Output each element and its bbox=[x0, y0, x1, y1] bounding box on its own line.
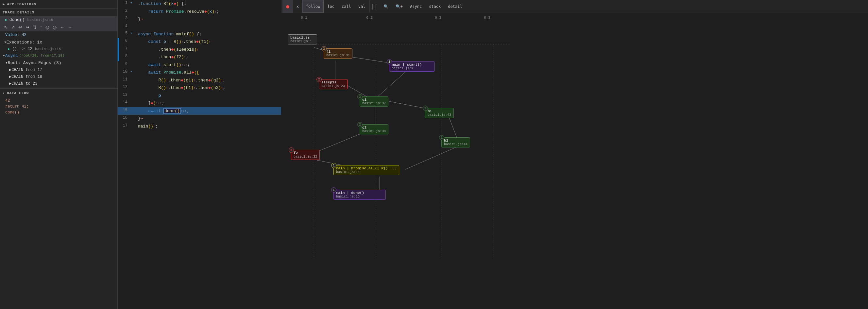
code-line-13[interactable]: 13 p bbox=[118, 92, 281, 100]
chain-from-18[interactable]: ▶ CHAIN from 18 bbox=[0, 73, 117, 80]
code-line-3[interactable]: 3 }→ bbox=[118, 16, 281, 23]
node-basic1js[interactable]: basic1.js basic1.js:1 bbox=[288, 34, 317, 44]
node-f1-badge: 2 bbox=[321, 46, 327, 51]
chain18-label: CHAIN from 18 bbox=[11, 74, 42, 79]
record-btn[interactable]: ● bbox=[282, 0, 293, 13]
watch2-btn[interactable]: ◎ bbox=[51, 24, 58, 30]
executions-header[interactable]: ▾ Executions: 1x bbox=[0, 39, 117, 46]
code-line-7[interactable]: 7 .then◆(sleep1s)↑ bbox=[118, 46, 281, 54]
detail-btn[interactable]: detail bbox=[444, 0, 466, 13]
code-line-12[interactable]: 12 R()↑.then◆(h1)↑.then◆(h2)↑, bbox=[118, 84, 281, 92]
node-h2-badge: 2 bbox=[439, 135, 444, 140]
sep-btn[interactable]: || bbox=[369, 0, 380, 13]
line-content-9: await start()↑↓↑; bbox=[137, 61, 281, 69]
line-content-14: ]◆)↑↓↑; bbox=[137, 99, 281, 107]
done-item[interactable]: ▶ done() basic1.js:15 bbox=[0, 17, 117, 23]
node-h1[interactable]: 2 h1 basic1.js:43 bbox=[425, 108, 454, 118]
play-icon: ▶ bbox=[5, 18, 7, 22]
code-line-1[interactable]: 1 ▾ ↓function Rf(x◆) {↓ bbox=[118, 0, 281, 8]
root-async-label: Root: Async Edges (3) bbox=[8, 61, 61, 65]
node-done-title: main | done() bbox=[336, 191, 383, 195]
line-arrow-15 bbox=[130, 107, 137, 108]
undo-btn[interactable]: ↩ bbox=[17, 24, 24, 30]
chain-from-17[interactable]: ▶ CHAIN from 17 bbox=[0, 66, 117, 73]
code-scroll[interactable]: 1 ▾ ↓function Rf(x◆) {↓ 2 return Promise… bbox=[118, 0, 281, 309]
stack-btn[interactable]: stack bbox=[425, 0, 444, 13]
node-g1[interactable]: 2 g1 basic1.js:37 bbox=[360, 96, 389, 106]
node-g2[interactable]: 2 g2 basic1.js:38 bbox=[360, 124, 389, 134]
step-out-btn[interactable]: ↖ bbox=[3, 24, 9, 30]
line-arrow-7 bbox=[130, 46, 137, 47]
line-num-16: 16 bbox=[118, 115, 130, 120]
node-f1[interactable]: 2 f1 basic1.js:31 bbox=[324, 49, 352, 59]
code-line-17[interactable]: 17 main()↑; bbox=[118, 123, 281, 130]
line-content-6: const p = R()↑.then◆(f1)↑ bbox=[137, 38, 281, 46]
line-content-10: await Promise.all◆([ bbox=[137, 69, 281, 76]
async-btn[interactable]: Async bbox=[406, 0, 425, 13]
code-line-5[interactable]: 5 ▾ async function mainf() {↓ bbox=[118, 30, 281, 38]
up-btn[interactable]: ↑ bbox=[38, 24, 43, 30]
follow-btn[interactable]: follow bbox=[302, 0, 324, 13]
code-line-4[interactable]: 4 bbox=[118, 23, 281, 30]
chain-to-23[interactable]: ▶ CHAIN to 23 bbox=[0, 80, 117, 87]
done-file: basic1.js:15 bbox=[27, 18, 53, 22]
zoom-in-btn[interactable]: 🔍+ bbox=[392, 0, 406, 13]
node-promiseall-badge: 1 bbox=[331, 163, 336, 168]
line-content-13: p bbox=[137, 92, 281, 100]
call-btn[interactable]: call bbox=[338, 0, 355, 13]
node-main-promiseall[interactable]: 1 main | Promise.all([ R().... basic1.js… bbox=[334, 165, 399, 175]
data-flow-section: 42 return 42; done() bbox=[0, 96, 117, 117]
data-flow-header[interactable]: ▾ DATA FLOW bbox=[0, 90, 117, 96]
step-in-btn[interactable]: ↗ bbox=[10, 24, 17, 30]
exec-file: basic1.js:15 bbox=[35, 47, 61, 51]
code-line-6[interactable]: 6 const p = R()↑.then◆(f1)↑ bbox=[118, 38, 281, 46]
line-arrow-3 bbox=[130, 16, 137, 16]
code-line-14[interactable]: 14 ]◆)↑↓↑; bbox=[118, 99, 281, 107]
line-num-9: 9 bbox=[118, 61, 130, 66]
node-h2-sub: basic1.js:44 bbox=[444, 143, 467, 146]
data-flow-value-2: done() bbox=[0, 110, 117, 116]
line-num-6: 6 bbox=[118, 38, 130, 43]
redo-btn[interactable]: ↪ bbox=[24, 24, 31, 30]
node-sleep1s[interactable]: 2 sleep1s basic1.js:23 bbox=[319, 79, 347, 89]
graph-scroll[interactable]: 6_1 6_2 6_3 6_3 bbox=[281, 13, 868, 309]
applications-header[interactable]: ▶ APPLICATIONS bbox=[0, 0, 117, 8]
line-content-8: .then◆(f2)↑; bbox=[137, 53, 281, 61]
code-line-16[interactable]: 16 }→ bbox=[118, 115, 281, 123]
chain17-arrow: ▶ bbox=[9, 67, 11, 72]
col-header-6_1: 6_1 bbox=[301, 16, 307, 20]
root-async-header[interactable]: ▾ Root: Async Edges (3) bbox=[0, 59, 117, 66]
node-main-start[interactable]: 1 main | start() basic1.js:9 bbox=[389, 61, 435, 72]
trace-details-label: TRACE DETAILS bbox=[3, 10, 34, 14]
chain18-arrow: ▶ bbox=[9, 74, 11, 79]
node-f1-title: f1 bbox=[326, 50, 350, 54]
line-content-4 bbox=[137, 23, 281, 25]
code-line-10[interactable]: 10 ▾ await Promise.all◆([ bbox=[118, 69, 281, 76]
line-num-15: 15 bbox=[118, 107, 130, 113]
loc-btn[interactable]: loc bbox=[324, 0, 338, 13]
line-num-14: 14 bbox=[118, 99, 130, 105]
trace-details-header[interactable]: TRACE DETAILS bbox=[0, 8, 117, 17]
swap-btn[interactable]: ⇅ bbox=[31, 24, 38, 30]
watch1-btn[interactable]: ◎ bbox=[44, 24, 51, 30]
line-content-1: ↓function Rf(x◆) {↓ bbox=[137, 0, 281, 8]
exec-item[interactable]: ▶ () -> 42 basic1.js:15 bbox=[0, 46, 117, 52]
done-label: done() bbox=[9, 17, 25, 22]
code-line-11[interactable]: 11 R()↑.then◆(g1)↑.then◆(g2)↑, bbox=[118, 76, 281, 84]
node-f2[interactable]: 2 f2 basic1.js:32 bbox=[291, 150, 320, 160]
node-main-done[interactable]: 1 main | done() basic1.js:15 bbox=[334, 190, 386, 200]
node-sleep1s-title: sleep1s bbox=[321, 81, 345, 84]
close-btn[interactable]: x bbox=[293, 0, 302, 13]
code-line-2[interactable]: 2 return Promise.resolve◆(x)↑; bbox=[118, 8, 281, 16]
node-h2[interactable]: 2 h2 basic1.js:44 bbox=[441, 137, 470, 148]
code-line-9[interactable]: 9 await start()↑↓↑; bbox=[118, 61, 281, 69]
applications-label: APPLICATIONS bbox=[7, 2, 37, 6]
next-btn[interactable]: → bbox=[66, 24, 73, 30]
val-btn[interactable]: val bbox=[355, 0, 369, 13]
search-btn[interactable]: 🔍 bbox=[380, 0, 392, 13]
code-line-8[interactable]: 8 .then◆(f2)↑; bbox=[118, 53, 281, 61]
node-promiseall-sub: basic1.js:14 bbox=[336, 171, 397, 174]
code-line-15[interactable]: 15 await done()↑↓↑; bbox=[118, 107, 281, 115]
prev-btn[interactable]: ← bbox=[59, 24, 66, 30]
async-header[interactable]: ▾ Async (root=20, from=17,18) bbox=[0, 52, 117, 59]
